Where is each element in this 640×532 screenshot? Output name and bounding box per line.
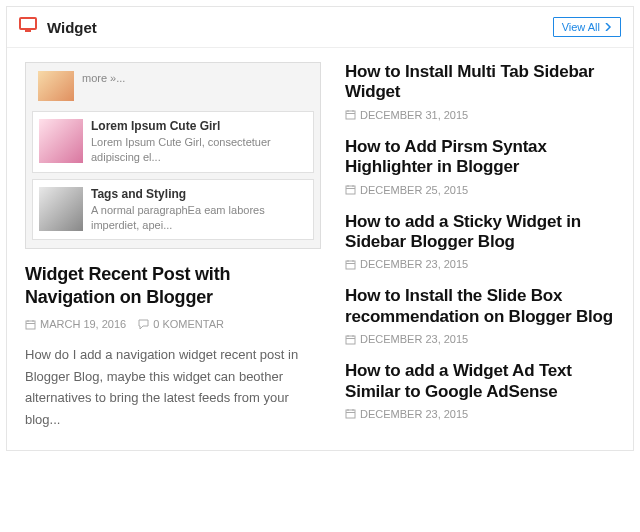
side-post-date: DECEMBER 23, 2015 [360,258,468,270]
preview-thumb-image [38,71,74,101]
view-all-link[interactable]: View All [553,17,621,37]
side-post-meta: DECEMBER 25, 2015 [345,184,615,196]
view-all-label: View All [562,21,600,33]
card-body: more »... Lorem Ipsum Cute Girl Lorem Ip… [7,48,633,450]
main-post-excerpt: How do I add a navigation widget recent … [25,344,321,430]
meta-comments[interactable]: 0 KOMENTAR [138,318,224,330]
side-post-title[interactable]: How to Install Multi Tab Sidebar Widget [345,62,615,103]
preview-thumbnail: more »... Lorem Ipsum Cute Girl Lorem Ip… [25,62,321,249]
widget-card: Widget View All more »... Lorem Ipsum Cu… [6,6,634,451]
svg-rect-1 [25,30,31,32]
side-post: How to add a Widget Ad Text Similar to G… [345,361,615,420]
side-column: How to Install Multi Tab Sidebar Widget … [345,62,615,436]
side-post-title[interactable]: How to Install the Slide Box recommendat… [345,286,615,327]
preview-text: more »... [82,71,125,86]
main-post-date: MARCH 19, 2016 [40,318,126,330]
side-post-meta: DECEMBER 23, 2015 [345,408,615,420]
calendar-icon [25,319,36,330]
preview-row: more »... [32,69,314,105]
side-post-meta: DECEMBER 23, 2015 [345,258,615,270]
svg-rect-0 [20,18,36,29]
main-post-title[interactable]: Widget Recent Post with Navigation on Bl… [25,263,321,308]
svg-rect-6 [346,111,355,119]
svg-rect-18 [346,336,355,344]
side-post: How to Install Multi Tab Sidebar Widget … [345,62,615,121]
calendar-icon [345,334,356,345]
side-post-title[interactable]: How to add a Sticky Widget in Sidebar Bl… [345,212,615,253]
side-post-title[interactable]: How to Add Pirsm Syntax Highlighter in B… [345,137,615,178]
side-post: How to Install the Slide Box recommendat… [345,286,615,345]
svg-rect-10 [346,186,355,194]
svg-rect-2 [26,321,35,329]
main-post-meta: MARCH 19, 2016 0 KOMENTAR [25,318,321,330]
side-post-date: DECEMBER 31, 2015 [360,109,468,121]
side-post: How to Add Pirsm Syntax Highlighter in B… [345,137,615,196]
side-post-date: DECEMBER 23, 2015 [360,408,468,420]
side-post-date: DECEMBER 25, 2015 [360,184,468,196]
card-header: Widget View All [7,7,633,48]
preview-thumb-image [39,187,83,231]
preview-row-text: A normal paragraphEa eam labores imperdi… [91,203,307,233]
calendar-icon [345,259,356,270]
calendar-icon [345,184,356,195]
preview-row-title: Lorem Ipsum Cute Girl [91,119,307,133]
chevron-right-icon [604,23,612,31]
main-column: more »... Lorem Ipsum Cute Girl Lorem Ip… [25,62,321,436]
svg-rect-22 [346,410,355,418]
monitor-icon [19,17,37,37]
card-header-left: Widget [19,17,97,37]
preview-row: Tags and Styling A normal paragraphEa ea… [32,179,314,241]
calendar-icon [345,408,356,419]
preview-thumb-image [39,119,83,163]
preview-row-text: Lorem Ipsum Cute Girl, consectetuer adip… [91,135,307,165]
calendar-icon [345,109,356,120]
meta-date: MARCH 19, 2016 [25,318,126,330]
main-post-comments: 0 KOMENTAR [153,318,224,330]
card-title: Widget [47,19,97,36]
svg-rect-14 [346,261,355,269]
comment-icon [138,319,149,330]
side-post-date: DECEMBER 23, 2015 [360,333,468,345]
side-post-meta: DECEMBER 23, 2015 [345,333,615,345]
preview-row: Lorem Ipsum Cute Girl Lorem Ipsum Cute G… [32,111,314,173]
side-post-title[interactable]: How to add a Widget Ad Text Similar to G… [345,361,615,402]
side-post: How to add a Sticky Widget in Sidebar Bl… [345,212,615,271]
side-post-meta: DECEMBER 31, 2015 [345,109,615,121]
preview-row-title: Tags and Styling [91,187,307,201]
